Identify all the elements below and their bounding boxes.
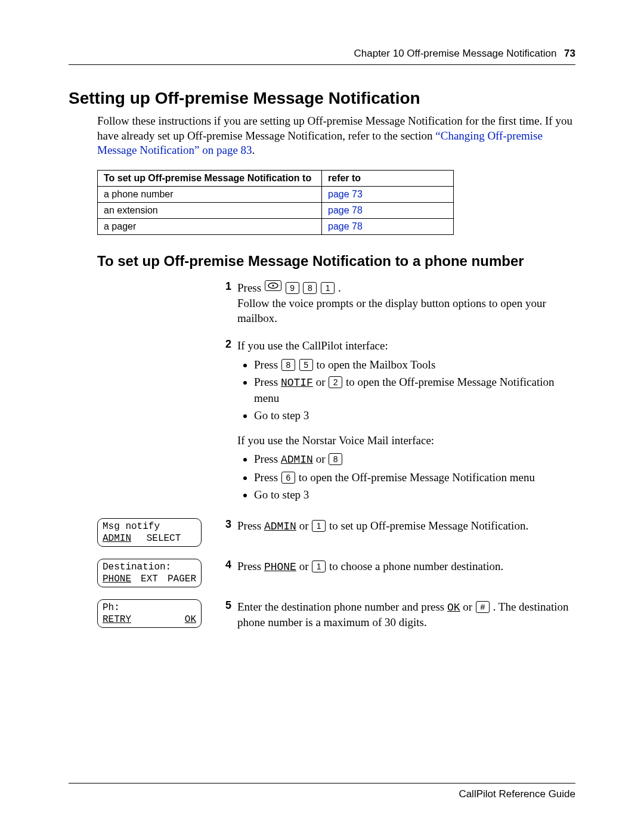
softkey-label: ADMIN bbox=[281, 454, 313, 466]
phone-key: 9 bbox=[286, 282, 299, 294]
step-body: Press 9 8 1 . Follow the voice prompts o… bbox=[237, 280, 575, 326]
phone-key: 2 bbox=[329, 376, 342, 388]
table-row: an extension page 78 bbox=[98, 203, 454, 219]
step-text: or bbox=[316, 453, 329, 465]
step-number: 1 bbox=[213, 280, 237, 293]
display-line: Msg notify bbox=[103, 521, 196, 532]
phone-key: 1 bbox=[312, 561, 326, 572]
step-number: 5 bbox=[213, 599, 237, 612]
display-softkey: PHONE bbox=[103, 573, 131, 585]
step-text: or bbox=[299, 560, 312, 572]
step-text: Enter the destination phone number and p… bbox=[237, 600, 447, 613]
list-item: Press ADMIN or 8 bbox=[254, 451, 575, 467]
step-number: 4 bbox=[213, 559, 237, 571]
intro-paragraph: Follow these instructions if you are set… bbox=[97, 114, 575, 158]
step-text: to set up Off-premise Message Notificati… bbox=[329, 519, 528, 532]
svg-point-1 bbox=[272, 284, 274, 286]
step-text: to open the Off-premise Message Notifica… bbox=[299, 471, 535, 484]
step-body: If you use the CallPilot interface: Pres… bbox=[237, 338, 575, 506]
table-row: a phone number page 73 bbox=[98, 187, 454, 203]
page-link[interactable]: page 73 bbox=[328, 189, 363, 199]
step-text: Press bbox=[237, 281, 264, 294]
step-number: 3 bbox=[213, 518, 237, 531]
subsection-heading: To set up Off-premise Message Notificati… bbox=[97, 253, 575, 270]
display-softkey: PAGER bbox=[168, 573, 196, 585]
step-item: 2 If you use the CallPilot interface: Pr… bbox=[97, 338, 575, 506]
softkey-label: PHONE bbox=[264, 561, 296, 573]
list-item: Go to step 3 bbox=[254, 408, 575, 423]
list-item: Press 8 5 to open the Mailbox Tools bbox=[254, 357, 575, 373]
chapter-label: Chapter 10 Off-premise Message Notificat… bbox=[354, 48, 557, 59]
phone-display: Destination: PHONE EXT PAGER bbox=[97, 559, 202, 587]
table-header: refer to bbox=[322, 171, 454, 187]
step-text: or bbox=[316, 376, 329, 388]
page-header: Chapter 10 Off-premise Message Notificat… bbox=[69, 48, 575, 65]
page-link[interactable]: page 78 bbox=[328, 205, 363, 215]
step-text: Press bbox=[254, 358, 281, 371]
table-row: a pager page 78 bbox=[98, 219, 454, 235]
step-item: Destination: PHONE EXT PAGER 4 Press PHO… bbox=[97, 559, 575, 587]
display-softkey: EXT bbox=[141, 573, 158, 585]
table-header: To set up Off-premise Message Notificati… bbox=[98, 171, 322, 187]
step-text: If you use the Norstar Voice Mail interf… bbox=[237, 434, 434, 447]
phone-display: Ph: RETRY OK bbox=[97, 599, 202, 628]
softkey-label: OK bbox=[447, 602, 460, 614]
list-item: Press 6 to open the Off-premise Message … bbox=[254, 470, 575, 485]
table-cell: an extension bbox=[98, 203, 322, 219]
step-text: Press bbox=[254, 471, 281, 484]
step-text: . bbox=[338, 281, 341, 294]
step-text: to choose a phone number destination. bbox=[329, 560, 503, 572]
phone-key: 1 bbox=[321, 282, 335, 294]
step-text: or bbox=[299, 519, 312, 532]
step-text: Follow the voice prompts or the display … bbox=[237, 297, 546, 325]
footer-text: CallPilot Reference Guide bbox=[459, 788, 575, 800]
display-line: Ph: bbox=[103, 602, 196, 614]
step-text: Press bbox=[237, 519, 264, 532]
table-cell: a pager bbox=[98, 219, 322, 235]
table-cell: a phone number bbox=[98, 187, 322, 203]
display-softkey: RETRY bbox=[103, 614, 131, 625]
phone-key: 6 bbox=[281, 472, 295, 484]
phone-display: Msg notify ADMIN SELECT bbox=[97, 518, 202, 547]
display-softkey: SELECT bbox=[147, 532, 181, 544]
list-item: Press NOTIF or 2 to open the Off-premise… bbox=[254, 374, 575, 405]
phone-key: 8 bbox=[281, 359, 295, 371]
softkey-label: NOTIF bbox=[281, 377, 313, 389]
phone-key: 5 bbox=[299, 359, 313, 371]
page-number: 73 bbox=[564, 48, 575, 59]
step-item: Msg notify ADMIN SELECT 3 Press ADMIN or… bbox=[97, 518, 575, 547]
feature-key-icon bbox=[265, 280, 281, 291]
step-text: to open the Mailbox Tools bbox=[316, 358, 435, 371]
section-title: Setting up Off-premise Message Notificat… bbox=[69, 89, 575, 108]
steps-list: 1 Press 9 8 1 . Follow the voice prompts… bbox=[97, 280, 575, 630]
phone-key: # bbox=[476, 601, 490, 613]
phone-key: 1 bbox=[312, 520, 326, 532]
intro-text-end: . bbox=[252, 144, 255, 156]
step-body: Enter the destination phone number and p… bbox=[237, 599, 575, 630]
page-footer: CallPilot Reference Guide bbox=[69, 783, 575, 800]
display-softkey: OK bbox=[185, 614, 196, 625]
step-text: or bbox=[463, 600, 475, 613]
step-body: Press PHONE or 1 to choose a phone numbe… bbox=[237, 559, 575, 574]
step-body: Press ADMIN or 1 to set up Off-premise M… bbox=[237, 518, 575, 534]
step-item: Ph: RETRY OK 5 Enter the destination pho… bbox=[97, 599, 575, 630]
step-text: Press bbox=[237, 560, 264, 572]
page: Chapter 10 Off-premise Message Notificat… bbox=[0, 0, 644, 833]
phone-key: 8 bbox=[303, 282, 317, 294]
step-item: 1 Press 9 8 1 . Follow the voice prompts… bbox=[97, 280, 575, 326]
softkey-label: ADMIN bbox=[264, 521, 296, 532]
step-text: Press bbox=[254, 376, 281, 388]
step-text: If you use the CallPilot interface: bbox=[237, 339, 388, 352]
step-text: Press bbox=[254, 453, 281, 465]
display-softkey: ADMIN bbox=[103, 532, 131, 544]
page-link[interactable]: page 78 bbox=[328, 221, 363, 231]
phone-key: 8 bbox=[329, 453, 342, 465]
list-item: Go to step 3 bbox=[254, 487, 575, 503]
display-line: Destination: bbox=[103, 561, 196, 573]
reference-table: To set up Off-premise Message Notificati… bbox=[97, 170, 454, 235]
step-number: 2 bbox=[213, 338, 237, 351]
